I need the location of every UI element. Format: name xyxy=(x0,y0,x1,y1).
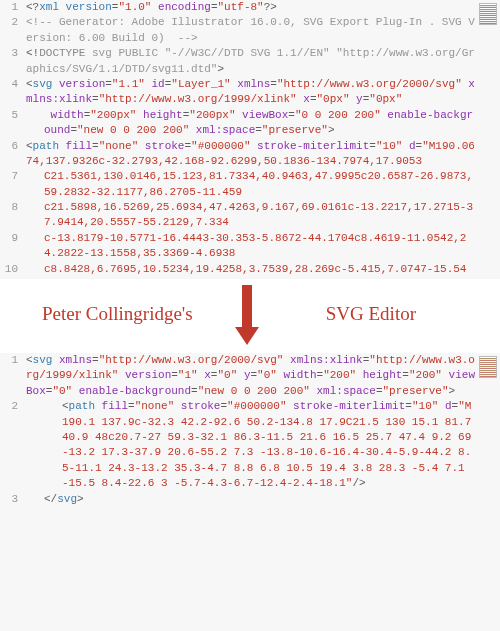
line-number: 10 xyxy=(0,262,26,279)
code-text: <svg xmlns="http://www.w3.org/2000/svg" … xyxy=(26,353,500,399)
code-text: </svg> xyxy=(26,492,500,507)
top-code-pane: 1<?xml version="1.0" encoding="utf-8"?>2… xyxy=(0,0,500,279)
line-number: 1 xyxy=(0,0,26,15)
code-line: 7C21.5361,130.0146,15.123,81.7334,40.946… xyxy=(0,169,500,200)
down-arrow-icon xyxy=(236,285,258,347)
code-line: 1<svg xmlns="http://www.w3.org/2000/svg"… xyxy=(0,353,500,399)
code-line: 3</svg> xyxy=(0,492,500,507)
bottom-code-pane: 1<svg xmlns="http://www.w3.org/2000/svg"… xyxy=(0,353,500,631)
line-number: 3 xyxy=(0,492,26,507)
line-number: 1 xyxy=(0,353,26,399)
editor-credit-right: SVG Editor xyxy=(326,303,416,325)
code-line: 2<path fill="none" stroke="#000000" stro… xyxy=(0,399,500,491)
code-text: c8.8428,6.7695,10.5234,19.4258,3.7539,28… xyxy=(26,262,500,279)
divider-band: Peter Collingridge's SVG Editor xyxy=(0,279,500,353)
code-text: <!-- Generator: Adobe Illustrator 16.0.0… xyxy=(26,15,500,46)
line-number: 3 xyxy=(0,46,26,77)
code-line: 1<?xml version="1.0" encoding="utf-8"?> xyxy=(0,0,500,15)
code-line: 6<path fill="none" stroke="#000000" stro… xyxy=(0,139,500,170)
code-text: <path fill="none" stroke="#000000" strok… xyxy=(26,139,500,170)
code-line: 5 width="200px" height="200px" viewBox="… xyxy=(0,108,500,139)
line-number: 4 xyxy=(0,77,26,108)
code-line: 2<!-- Generator: Adobe Illustrator 16.0.… xyxy=(0,15,500,46)
code-line: 4<svg version="1.1" id="Layer_1" xmlns="… xyxy=(0,77,500,108)
code-line: 9c-13.8179-10.5771-16.4443-30.353-5.8672… xyxy=(0,231,500,262)
code-text: C21.5361,130.0146,15.123,81.7334,40.9463… xyxy=(26,169,500,200)
code-line: 10c8.8428,6.7695,10.5234,19.4258,3.7539,… xyxy=(0,262,500,279)
line-number: 2 xyxy=(0,15,26,46)
line-number: 5 xyxy=(0,108,26,139)
line-number: 6 xyxy=(0,139,26,170)
code-line: 3<!DOCTYPE svg PUBLIC "-//W3C//DTD SVG 1… xyxy=(0,46,500,77)
editor-credit-left: Peter Collingridge's xyxy=(42,303,193,325)
code-text: c-13.8179-10.5771-16.4443-30.353-5.8672-… xyxy=(26,231,500,262)
code-line: 8c21.5898,16.5269,25.6934,47.4263,9.167,… xyxy=(0,200,500,231)
bottom-code-lines: 1<svg xmlns="http://www.w3.org/2000/svg"… xyxy=(0,353,500,507)
line-number: 7 xyxy=(0,169,26,200)
line-number: 2 xyxy=(0,399,26,491)
code-text: <?xml version="1.0" encoding="utf-8"?> xyxy=(26,0,500,15)
code-text: <path fill="none" stroke="#000000" strok… xyxy=(26,399,500,491)
top-code-lines: 1<?xml version="1.0" encoding="utf-8"?>2… xyxy=(0,0,500,279)
code-text: c21.5898,16.5269,25.6934,47.4263,9.167,6… xyxy=(26,200,500,231)
code-text: <!DOCTYPE svg PUBLIC "-//W3C//DTD SVG 1.… xyxy=(26,46,500,77)
code-text: <svg version="1.1" id="Layer_1" xmlns="h… xyxy=(26,77,500,108)
line-number: 8 xyxy=(0,200,26,231)
code-text: width="200px" height="200px" viewBox="0 … xyxy=(26,108,500,139)
line-number: 9 xyxy=(0,231,26,262)
